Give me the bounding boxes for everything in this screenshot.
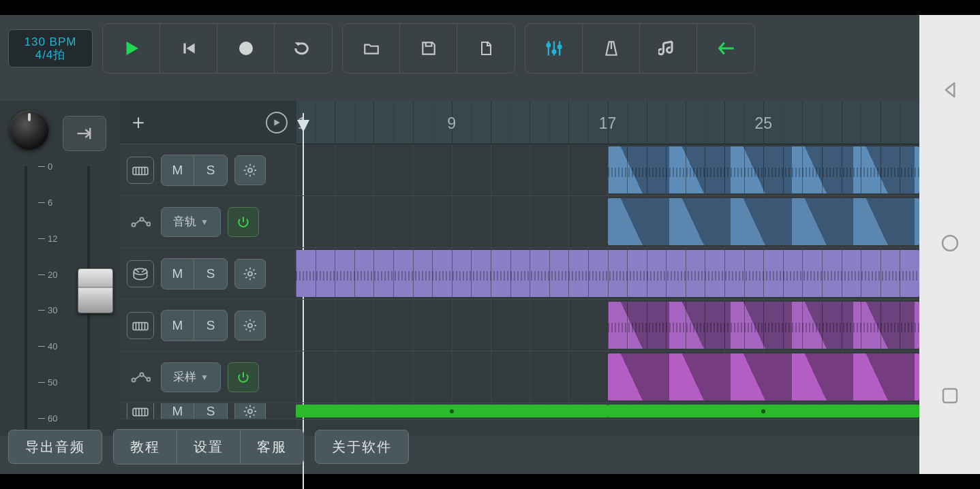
solo-button[interactable]: S [194,259,227,289]
mute-solo-group: MS [161,258,228,289]
scale-mark: 0 [38,166,45,167]
track-row[interactable]: 音轨▼ [120,196,296,248]
file-group [342,23,515,74]
fader-scale: 06122030405060 [38,166,57,429]
track-type-icon[interactable] [127,403,154,420]
track-lane[interactable] [296,403,919,420]
automation-icon [127,208,154,236]
mute-button[interactable]: M [162,311,194,341]
clip[interactable] [608,353,920,400]
tempo-display[interactable]: 130 BPM 4/4拍 [8,29,93,67]
bpm-value: 130 BPM [25,35,77,48]
return-button[interactable] [697,24,754,73]
svg-rect-16 [133,408,148,415]
track-type-icon[interactable] [127,157,154,184]
track-lane[interactable] [296,196,919,248]
record-button[interactable] [217,24,275,73]
automation-target-dropdown[interactable]: 音轨▼ [161,207,221,237]
transport-group [102,23,333,74]
mute-solo-group: MS [161,403,228,420]
arrangement-view[interactable]: 191725 [296,101,919,436]
track-row[interactable]: MS [120,248,296,300]
nav-back-icon[interactable] [940,80,960,105]
mixer-button[interactable] [525,24,583,73]
mute-button[interactable]: M [162,403,194,420]
track-settings-button[interactable] [234,259,266,289]
automation-power-button[interactable] [228,207,259,237]
export-audio-button[interactable]: 导出音频 [8,430,102,464]
help-group: 教程 设置 客服 [113,429,304,464]
track-type-icon[interactable] [127,260,154,287]
mute-button[interactable]: M [162,259,194,289]
track-list: ＋ MS音轨▼MSMS采样▼MS [120,101,296,436]
svg-rect-19 [943,389,957,403]
track-lane[interactable] [296,351,919,403]
track-type-icon[interactable] [127,312,154,339]
add-track-button[interactable]: ＋ [128,108,149,136]
track-lane[interactable] [296,144,919,196]
clip[interactable] [608,198,920,245]
route-button[interactable] [63,116,106,151]
open-folder-button[interactable] [343,24,400,73]
svg-rect-11 [133,322,148,330]
track-row[interactable]: 采样▼ [120,351,296,403]
play-all-button[interactable] [266,112,288,133]
save-button[interactable] [400,24,457,73]
track-settings-button[interactable] [234,403,266,420]
svg-point-2 [552,50,555,53]
about-button[interactable]: 关于软件 [315,430,409,464]
settings-button[interactable]: 设置 [177,430,241,464]
clip[interactable] [296,250,919,297]
fader-handle[interactable] [78,268,113,313]
clip[interactable] [608,146,920,193]
metronome-button[interactable] [583,24,640,73]
svg-point-17 [248,409,252,413]
solo-button[interactable]: S [194,403,227,420]
time-signature: 4/4拍 [35,48,66,61]
pan-knob[interactable] [10,110,49,150]
new-file-button[interactable] [457,24,515,73]
ruler-label: 25 [754,114,772,133]
master-panel: 06122030405060 [0,101,120,436]
scale-mark: 20 [38,274,45,275]
ruler-label: 17 [599,114,617,133]
nav-home-icon[interactable] [940,234,960,257]
track-lane[interactable] [296,248,919,300]
track-row[interactable]: MS [120,403,296,420]
clip[interactable] [608,302,920,349]
scale-mark: 6 [38,202,45,203]
track-settings-button[interactable] [234,155,266,185]
scale-mark: 50 [38,382,45,383]
mute-button[interactable]: M [162,155,194,185]
svg-point-10 [248,272,252,276]
solo-button[interactable]: S [194,155,227,185]
quantize-button[interactable] [640,24,697,73]
mute-solo-group: MS [161,155,228,186]
svg-point-5 [248,168,252,172]
meter-track-left [25,166,27,429]
scale-mark: 60 [38,418,45,419]
clip[interactable] [296,405,608,417]
loop-button[interactable] [275,24,332,73]
automation-power-button[interactable] [228,362,259,392]
timeline-ruler[interactable]: 191725 [296,101,919,144]
play-button[interactable] [103,24,160,73]
support-button[interactable]: 客服 [241,430,303,464]
solo-button[interactable]: S [194,311,227,341]
scale-mark: 12 [38,238,45,239]
track-row[interactable]: MS [120,144,296,196]
track-lane[interactable] [296,300,919,351]
track-settings-button[interactable] [234,311,266,341]
bottom-bar: 导出音频 教程 设置 客服 关于软件 [8,429,911,464]
playhead[interactable] [297,120,309,132]
tutorial-button[interactable]: 教程 [114,430,177,464]
clip[interactable] [608,405,920,417]
automation-target-dropdown[interactable]: 采样▼ [161,362,221,392]
mute-solo-group: MS [161,310,228,341]
scale-mark: 40 [38,346,45,347]
rewind-start-button[interactable] [160,24,217,73]
automation-icon [127,364,154,391]
track-row[interactable]: MS [120,300,296,351]
nav-recent-icon[interactable] [941,386,959,409]
fader-slot[interactable] [75,166,102,429]
